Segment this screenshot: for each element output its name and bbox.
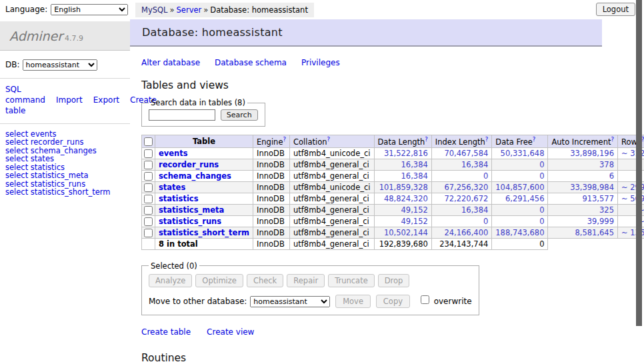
data-free-link[interactable]: 0 — [539, 217, 544, 226]
select-all-checkbox[interactable] — [144, 137, 153, 146]
auto-increment-link[interactable]: 325 — [599, 205, 614, 215]
row-checkbox[interactable] — [144, 161, 153, 169]
breadcrumb-link-server[interactable]: Server — [177, 5, 202, 15]
action-button-repair[interactable]: Repair — [287, 274, 325, 287]
tab-alter-database[interactable]: Alter database — [141, 58, 200, 67]
scrollbar[interactable] — [636, 0, 642, 362]
search-input[interactable] — [149, 109, 215, 121]
row-checkbox[interactable] — [144, 172, 153, 181]
auto-increment-cell: 39,999 — [548, 215, 618, 227]
breadcrumb-separator: » — [203, 5, 208, 15]
action-button-truncate[interactable]: Truncate — [328, 274, 375, 287]
sidebar-item-select-statistics-short-term[interactable]: select statistics_short_term — [5, 188, 125, 197]
overwrite-checkbox[interactable] — [421, 295, 429, 304]
data-free-link[interactable]: 104,857,600 — [495, 183, 544, 192]
help-link[interactable]: ? — [485, 136, 489, 143]
move-button[interactable]: Move — [335, 295, 371, 308]
page-title: Database: homeassistant — [130, 19, 602, 47]
data-length-link[interactable]: 16,384 — [401, 171, 428, 181]
action-button-analyze[interactable]: Analyze — [149, 274, 192, 287]
table-link-statistics-short-term[interactable]: statistics_short_term — [159, 228, 249, 237]
table-link-statistics-meta[interactable]: statistics_meta — [159, 205, 224, 215]
row-checkbox[interactable] — [144, 229, 153, 237]
action-button-check[interactable]: Check — [247, 274, 283, 287]
index-length-link[interactable]: 67,256,320 — [444, 183, 488, 192]
help-link[interactable]: ? — [327, 136, 331, 143]
index-length-link[interactable]: 24,166,400 — [444, 228, 488, 237]
sidebar-item-select-statistics-meta[interactable]: select statistics_meta — [5, 171, 125, 180]
language-select[interactable]: English — [51, 4, 128, 15]
data-length-link[interactable]: 49,152 — [401, 217, 428, 226]
link-create-view[interactable]: Create view — [207, 327, 254, 337]
search-button[interactable]: Search — [221, 109, 258, 121]
table-total-row: 8 in totalInnoDButf8mb4_general_ci192,83… — [142, 238, 644, 249]
link-create-table[interactable]: Create table — [141, 327, 191, 337]
auto-increment-link[interactable]: 33,398,984 — [570, 183, 614, 192]
row-checkbox[interactable] — [144, 217, 153, 226]
data-free-link[interactable]: 0 — [539, 205, 544, 215]
index-length-link[interactable]: 16,384 — [461, 205, 488, 215]
help-link[interactable]: ? — [611, 136, 614, 143]
data-length-link[interactable]: 101,859,328 — [379, 183, 428, 192]
move-db-select[interactable]: homeassistant — [250, 296, 330, 307]
table-name-cell: schema_changes — [155, 170, 253, 181]
table-link-recorder-runs[interactable]: recorder_runs — [159, 160, 219, 169]
selected-legend: Selected (0) — [149, 261, 199, 271]
index-length-link[interactable]: 16,384 — [461, 160, 488, 169]
sidebar-item-select-states[interactable]: select states — [5, 155, 125, 163]
action-button-optimize[interactable]: Optimize — [195, 274, 243, 287]
data-free-cell: 0 — [492, 159, 548, 170]
scrollbar-thumb[interactable] — [636, 0, 642, 326]
col-label: Table — [193, 137, 215, 146]
data-free-link[interactable]: 0 — [539, 171, 544, 181]
data-free-link[interactable]: 50,331,648 — [501, 149, 545, 158]
data-free-link[interactable]: 188,743,680 — [495, 228, 544, 237]
help-link[interactable]: ? — [283, 136, 286, 143]
table-link-states[interactable]: states — [159, 183, 185, 192]
tab-privileges[interactable]: Privileges — [301, 58, 340, 67]
sidebar-link-import[interactable]: Import — [56, 95, 83, 105]
data-length-link[interactable]: 10,502,144 — [384, 228, 428, 237]
sidebar-link-export[interactable]: Export — [93, 95, 119, 105]
index-length-link[interactable]: 70,467,584 — [444, 149, 488, 158]
auto-increment-link[interactable]: 913,577 — [582, 194, 614, 203]
table-row-recorder-runs: recorder_runsInnoDButf8mb4_general_ci16,… — [142, 159, 644, 170]
row-checkbox[interactable] — [144, 206, 153, 215]
index-length-link[interactable]: 72,220,672 — [444, 194, 488, 203]
auto-increment-link[interactable]: 39,999 — [587, 217, 614, 226]
auto-increment-link[interactable]: 378 — [599, 160, 614, 169]
row-checkbox[interactable] — [144, 183, 153, 192]
data-length-link[interactable]: 48,824,320 — [384, 194, 428, 203]
row-checkbox[interactable] — [144, 149, 153, 158]
table-link-statistics-runs[interactable]: statistics_runs — [159, 217, 221, 226]
table-link-statistics[interactable]: statistics — [159, 194, 199, 203]
tables-heading: Tables and views — [141, 79, 644, 91]
auto-increment-link[interactable]: 8,581,645 — [575, 228, 614, 237]
db-select[interactable]: homeassistant — [23, 59, 97, 71]
data-length-link[interactable]: 16,384 — [401, 160, 428, 169]
col-header-auto-increment: Auto Increment? — [548, 135, 618, 148]
breadcrumb-link-mysql[interactable]: MySQL — [141, 5, 168, 15]
logout-button[interactable]: Logout — [596, 3, 635, 16]
auto-increment-link[interactable]: 6 — [609, 171, 614, 181]
data-length-link[interactable]: 49,152 — [401, 205, 428, 215]
data-free-link[interactable]: 6,291,456 — [505, 194, 545, 203]
data-free-link[interactable]: 0 — [539, 160, 544, 169]
row-checkbox[interactable] — [144, 195, 153, 203]
copy-button[interactable]: Copy — [376, 295, 410, 308]
sidebar-item-select-recorder-runs[interactable]: select recorder_runs — [5, 138, 125, 147]
index-length-link[interactable]: 0 — [483, 217, 488, 226]
table-row-statistics-runs: statistics_runsInnoDButf8mb4_general_ci4… — [142, 215, 644, 227]
index-length-cell: 0 — [431, 215, 492, 227]
index-length-cell: 16,384 — [431, 159, 492, 170]
sidebar-link-sql-command[interactable]: SQL command — [5, 85, 45, 105]
tab-database-schema[interactable]: Database schema — [215, 58, 287, 67]
index-length-link[interactable]: 0 — [483, 171, 488, 181]
data-length-link[interactable]: 31,522,816 — [384, 149, 428, 158]
help-link[interactable]: ? — [533, 136, 536, 143]
action-button-drop[interactable]: Drop — [378, 274, 410, 287]
table-link-schema-changes[interactable]: schema_changes — [159, 171, 231, 181]
help-link[interactable]: ? — [425, 136, 428, 143]
table-link-events[interactable]: events — [159, 149, 188, 158]
auto-increment-link[interactable]: 33,898,196 — [570, 149, 614, 158]
